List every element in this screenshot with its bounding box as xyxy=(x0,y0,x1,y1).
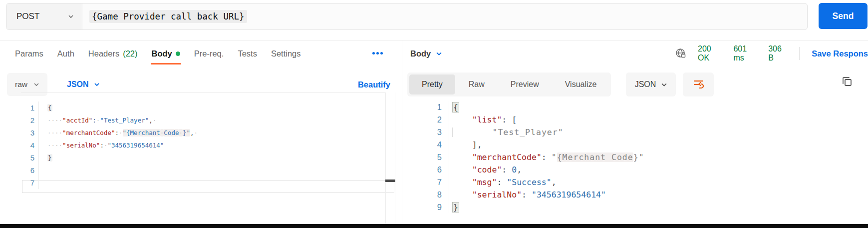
response-status-row: 200 OK 601 ms 306 B Save Respons xyxy=(675,42,868,65)
code-content: "list": [ xyxy=(449,114,868,126)
url-text: {Game Provider call back URL} xyxy=(89,10,247,23)
code-content: "serialNo": "3456319654614" xyxy=(449,188,868,201)
code-content: ], xyxy=(449,138,868,151)
tab-label: Auth xyxy=(57,49,74,58)
response-language-select[interactable]: JSON xyxy=(626,72,676,96)
line-number: 3 xyxy=(21,126,39,139)
line-number: 4 xyxy=(408,138,449,151)
chevron-down-icon xyxy=(436,50,442,56)
code-line: 6 "code": 0, xyxy=(408,164,868,176)
send-button[interactable]: Send xyxy=(819,3,868,29)
line-number: 5 xyxy=(408,151,449,164)
tab-count: (22) xyxy=(123,49,137,58)
code-content xyxy=(39,176,385,189)
chevron-down-icon xyxy=(94,82,100,88)
scrollbar-thumb[interactable] xyxy=(385,180,395,182)
line-number: 5 xyxy=(21,152,39,164)
code-line: 6 xyxy=(21,164,385,176)
language-label: JSON xyxy=(67,80,89,89)
copy-response-button[interactable] xyxy=(840,75,855,90)
tab-auth[interactable]: Auth xyxy=(57,42,74,65)
body-set-dot xyxy=(176,52,180,56)
code-line: 5 "merchantCode": "{Merchant Code}" xyxy=(408,151,868,164)
line-number: 6 xyxy=(21,164,39,176)
tab-settings[interactable]: Settings xyxy=(271,42,301,65)
line-number: 9 xyxy=(408,201,449,214)
line-number: 6 xyxy=(408,164,449,176)
chevron-down-icon xyxy=(33,82,39,88)
response-time[interactable]: 601 ms xyxy=(733,44,757,62)
tab-params[interactable]: Params xyxy=(15,42,43,65)
response-body-viewer[interactable]: 1{2 "list": [3 "Test_Player"4 ],5 "merch… xyxy=(408,95,868,224)
code-content: { xyxy=(39,102,385,114)
tab-tests[interactable]: Tests xyxy=(238,42,257,65)
save-response-button[interactable]: Save Respons xyxy=(812,49,868,58)
code-line: 2····"acctId":·"Test_Player",· xyxy=(21,114,385,126)
code-line: 3 "Test_Player" xyxy=(408,126,868,138)
wrap-lines-icon xyxy=(692,77,705,92)
code-content: } xyxy=(39,152,385,164)
response-body-select[interactable]: Body xyxy=(410,42,442,65)
line-number: 7 xyxy=(21,176,39,189)
code-content: { xyxy=(449,101,868,114)
bottom-bar xyxy=(0,224,868,228)
chevron-down-icon xyxy=(68,14,74,20)
code-line: 4····"serialNo":·"3456319654614" xyxy=(21,139,385,152)
chevron-down-icon xyxy=(661,82,667,88)
panel-divider[interactable] xyxy=(402,40,402,224)
language-label: JSON xyxy=(635,80,656,89)
view-tab-preview[interactable]: Preview xyxy=(498,74,552,94)
code-line: 8 "serialNo": "3456319654614" xyxy=(408,188,868,201)
tab-label: Settings xyxy=(271,49,301,58)
tab-label: Tests xyxy=(238,49,257,58)
line-number: 3 xyxy=(408,126,449,138)
code-content: ····"acctId":·"Test_Player",· xyxy=(39,114,385,126)
code-line: 7 xyxy=(21,176,385,189)
method-select[interactable]: POST xyxy=(6,4,82,30)
code-line: 4 ], xyxy=(408,138,868,151)
format-label: raw xyxy=(15,80,27,89)
scrollbar-track xyxy=(395,92,395,224)
divider xyxy=(799,47,800,60)
line-number: 8 xyxy=(408,188,449,201)
line-number: 7 xyxy=(408,176,449,188)
code-line: 9} xyxy=(408,201,868,214)
request-body-editor[interactable]: 1{2····"acctId":·"Test_Player",·3····"me… xyxy=(21,92,385,224)
line-number: 2 xyxy=(408,114,449,126)
status-code[interactable]: 200 OK xyxy=(698,44,722,62)
network-globe-lock-icon[interactable] xyxy=(675,48,687,60)
tab-body[interactable]: Body xyxy=(152,42,180,65)
code-content: ····"merchantCode":·"{Merchant·Code·}",· xyxy=(39,126,385,139)
response-view-tabs: PrettyRawPreviewVisualize xyxy=(407,72,611,96)
line-number: 2 xyxy=(21,114,39,126)
code-content: } xyxy=(449,201,868,214)
header-divider xyxy=(0,40,868,40)
view-tab-visualize[interactable]: Visualize xyxy=(553,74,609,94)
code-line: 7 "msg": "Success", xyxy=(408,176,868,188)
request-url-bar: POST {Game Provider call back URL} xyxy=(6,3,808,30)
code-content: "msg": "Success", xyxy=(449,176,868,188)
url-input[interactable]: {Game Provider call back URL} xyxy=(82,4,807,30)
tab-headers[interactable]: Headers(22) xyxy=(88,42,138,65)
code-line: 3····"merchantCode":·"{Merchant·Code·}",… xyxy=(21,126,385,139)
code-content: "Test_Player" xyxy=(449,126,868,138)
tab-label: Pre-req. xyxy=(194,49,224,58)
response-size[interactable]: 306 B xyxy=(768,44,787,62)
line-number: 1 xyxy=(408,101,449,114)
tab-prereq[interactable]: Pre-req. xyxy=(194,42,224,65)
code-line: 1{ xyxy=(21,102,385,114)
view-tab-pretty[interactable]: Pretty xyxy=(409,74,455,94)
copy-icon xyxy=(841,75,854,90)
view-tab-raw[interactable]: Raw xyxy=(456,74,497,94)
wrap-lines-button[interactable] xyxy=(683,72,714,96)
code-content xyxy=(39,164,385,176)
code-line: 5} xyxy=(21,152,385,164)
more-options-icon[interactable] xyxy=(367,44,387,62)
tab-label: Headers xyxy=(88,49,119,58)
tab-label: Params xyxy=(15,49,43,58)
code-line: 1{ xyxy=(408,101,868,114)
tab-label: Body xyxy=(152,49,172,58)
code-content: "code": 0, xyxy=(449,164,868,176)
line-number: 1 xyxy=(21,102,39,114)
code-line: 2 "list": [ xyxy=(408,114,868,126)
